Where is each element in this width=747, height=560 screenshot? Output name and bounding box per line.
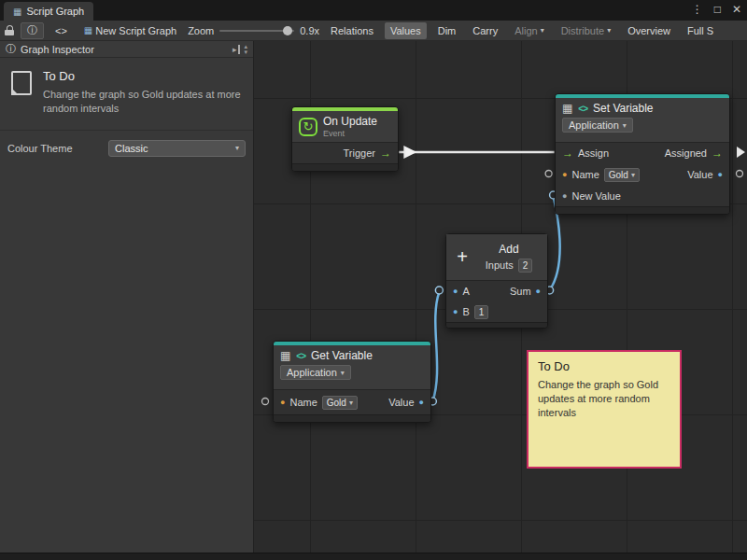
distribute-dropdown[interactable]: Distribute ▾ <box>556 22 616 39</box>
trigger-port-label: Trigger <box>344 147 375 159</box>
value-out-port[interactable]: ● <box>718 171 723 179</box>
assign-port-row: → Assign Assigned → <box>556 143 729 163</box>
node-title: On Update <box>323 115 377 128</box>
lock-icon[interactable] <box>4 25 15 35</box>
inputs-label: Inputs <box>486 259 514 271</box>
zoom-value: 0.9x <box>300 25 319 36</box>
wire-arrowhead-icon <box>403 146 416 159</box>
b-value-field[interactable]: 1 <box>474 305 489 319</box>
name-port-label: Name <box>289 397 317 408</box>
unconnected-port-circle[interactable] <box>736 171 742 177</box>
name-port-label: Name <box>571 169 599 180</box>
script-graph-icon: ▦ <box>13 7 21 17</box>
graph-asset-button[interactable]: ▦ New Script Graph <box>78 22 182 39</box>
node-on-update[interactable]: ↻ On Update Event Trigger → <box>291 106 399 172</box>
variable-scope-dropdown[interactable]: Application ▾ <box>280 365 351 380</box>
chevron-down-icon: ▾ <box>541 26 544 35</box>
inputs-count-value: 2 <box>523 260 529 271</box>
note-fold <box>11 88 19 95</box>
dock-panel-icon[interactable]: ▸ <box>233 45 241 54</box>
chevron-down-icon: ▾ <box>235 144 239 152</box>
port-circle[interactable] <box>435 287 443 294</box>
new-value-port-label: New Value <box>571 190 620 202</box>
unconnected-port-circle[interactable] <box>262 399 269 405</box>
sticky-note[interactable]: To Do Change the graph so Gold updates a… <box>527 350 682 469</box>
variable-name-dropdown[interactable]: Gold ▾ <box>322 396 358 410</box>
inspector-title: Graph Inspector <box>21 44 94 55</box>
chevron-down-icon: ▾ <box>349 399 353 407</box>
zoom-slider-handle[interactable] <box>283 26 292 35</box>
flow-in-port[interactable]: → <box>562 147 573 159</box>
tab-bar: ▦ Script Graph ⋮ □ ✕ <box>0 0 747 21</box>
chevron-down-icon: ▾ <box>623 121 627 130</box>
carry-toggle[interactable]: Carry <box>467 22 503 39</box>
tab-script-graph[interactable]: ▦ Script Graph <box>4 2 93 21</box>
graph-canvas[interactable]: ↻ On Update Event Trigger → <box>254 41 747 553</box>
node-get-variable[interactable]: ▦ <> Get Variable Application ▾ ● Name G… <box>273 341 431 423</box>
kebab-menu-icon[interactable]: ⋮ <box>692 3 703 16</box>
scope-value: Application <box>287 367 337 378</box>
maximize-icon[interactable]: □ <box>714 3 721 16</box>
object-port[interactable]: ● <box>562 192 567 201</box>
variable-icon: ▦ <box>562 102 572 115</box>
colour-theme-dropdown[interactable]: Classic ▾ <box>108 140 246 157</box>
relations-toggle[interactable]: Relations <box>325 22 379 39</box>
string-port[interactable]: ● <box>562 171 567 179</box>
chevron-down-icon: ▾ <box>341 369 345 377</box>
zoom-slider[interactable] <box>219 30 294 32</box>
scroll-stepper[interactable]: ▴ ▾ <box>244 44 247 55</box>
name-value-port-row: ● Name Gold ▾ Value ● <box>274 390 430 414</box>
scope-value: Application <box>569 119 619 131</box>
dim-toggle[interactable]: Dim <box>432 22 462 39</box>
graph-todo-title: To Do <box>43 69 241 83</box>
graph-summary-section: To Do Change the graph so Gold updates a… <box>0 58 253 131</box>
distribute-label: Distribute <box>561 25 604 36</box>
inspect-toggle-button[interactable]: ⓘ <box>21 22 44 39</box>
name-value-port-row: ● Name Gold ▾ Value ● <box>556 163 729 186</box>
colour-theme-row: Colour Theme Classic ▾ <box>0 131 253 166</box>
inputs-count-field[interactable]: 2 <box>518 259 533 273</box>
zoom-label: Zoom <box>188 25 214 36</box>
info-icon: ⓘ <box>6 42 16 56</box>
window-controls: ⋮ □ ✕ <box>692 3 741 16</box>
close-icon[interactable]: ✕ <box>732 3 741 16</box>
node-subtitle: Event <box>323 129 377 138</box>
code-view-toggle[interactable]: <> <box>49 22 73 39</box>
b-port-label: B <box>462 306 469 317</box>
align-label: Align <box>514 25 537 36</box>
value-out-port[interactable]: ● <box>419 399 424 407</box>
info-icon: ⓘ <box>27 23 37 37</box>
flow-out-port[interactable]: → <box>380 147 391 159</box>
code-icon: <> <box>296 351 305 361</box>
update-loop-icon: ↻ <box>299 118 317 136</box>
sticky-note-title: To Do <box>538 359 670 373</box>
string-port[interactable]: ● <box>280 399 285 407</box>
variable-scope-dropdown[interactable]: Application ▾ <box>562 118 633 133</box>
variable-name-dropdown[interactable]: Gold ▾ <box>604 168 640 182</box>
values-toggle[interactable]: Values <box>385 22 427 39</box>
scroll-down-icon[interactable]: ▾ <box>244 49 247 55</box>
node-title: Set Variable <box>593 102 653 115</box>
variable-name-value: Gold <box>609 170 628 180</box>
node-set-variable[interactable]: ▦ <> Set Variable Application ▾ → Assign… <box>555 93 730 215</box>
node-title: Get Variable <box>311 349 373 362</box>
align-dropdown[interactable]: Align ▾ <box>509 22 549 39</box>
flow-out-port[interactable]: → <box>712 147 723 159</box>
overview-button[interactable]: Overview <box>622 22 676 39</box>
node-title: Add <box>499 243 518 256</box>
value-port-label: Value <box>388 397 414 408</box>
unconnected-port-circle[interactable] <box>545 171 552 177</box>
code-icon: <> <box>55 25 67 36</box>
note-icon <box>11 71 32 95</box>
wire-getvalue-to-a[interactable] <box>432 292 439 401</box>
sum-out-port[interactable]: ● <box>536 287 541 296</box>
b-in-port[interactable]: ● <box>453 308 458 316</box>
sum-port-label: Sum <box>510 286 531 297</box>
trigger-port-row: Trigger → <box>292 143 398 163</box>
assigned-port-arrow-icon[interactable] <box>737 147 745 158</box>
a-in-port[interactable]: ● <box>453 287 458 296</box>
inspector-header: ⓘ Graph Inspector ▸ ▴ ▾ <box>0 41 253 58</box>
fullscreen-button[interactable]: Full S <box>682 22 719 39</box>
node-add[interactable]: + Add Inputs 2 ● A Su <box>445 233 548 329</box>
lock-body <box>5 30 14 35</box>
